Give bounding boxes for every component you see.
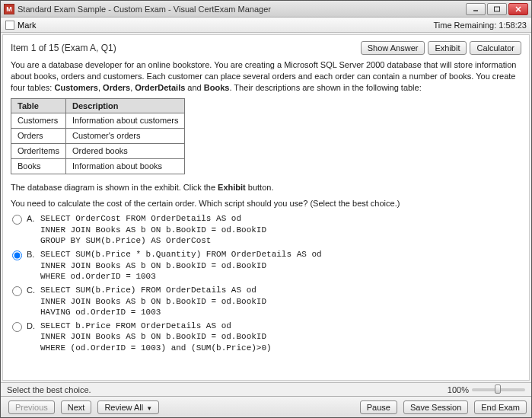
choice-a-radio[interactable]: [12, 215, 22, 225]
table-row: BooksInformation about books: [11, 158, 185, 174]
table-row: CustomersInformation about customers: [11, 113, 185, 129]
review-all-button[interactable]: Review All▼: [97, 400, 159, 414]
app-icon: M: [4, 4, 14, 14]
maximize-button[interactable]: [487, 3, 507, 15]
description-table: Table Description CustomersInformation a…: [11, 98, 185, 174]
choice-b[interactable]: B. SELECT SUM(b.Price * b.Quantity) FROM…: [11, 249, 521, 282]
titlebar: M Standard Exam Sample - Custom Exam - V…: [1, 1, 531, 18]
table-header-description: Description: [66, 98, 185, 113]
question-body: You are a database developer for an onli…: [11, 59, 521, 353]
next-button[interactable]: Next: [61, 400, 92, 414]
choice-d-radio[interactable]: [12, 322, 22, 332]
zoom-slider[interactable]: [472, 388, 525, 391]
chevron-down-icon: ▼: [146, 405, 152, 412]
minimize-button[interactable]: [466, 3, 486, 15]
choice-c-letter: C.: [27, 285, 40, 296]
question-paragraph-1: You are a database developer for an onli…: [11, 59, 521, 94]
question-paragraph-2: The database diagram is shown in the exh…: [11, 182, 521, 193]
table-row: OrdersCustomer's orders: [11, 129, 185, 144]
statusbar: Select the best choice. 100%: [1, 382, 531, 396]
end-exam-button[interactable]: End Exam: [474, 400, 527, 414]
time-remaining: Time Remaining: 1:58:23: [434, 21, 527, 30]
choice-b-letter: B.: [27, 249, 40, 260]
choice-c-text: SELECT SUM(b.Price) FROM OrderDetails AS…: [40, 285, 266, 317]
content-area: Item 1 of 15 (Exam A, Q1) Show Answer Ex…: [2, 34, 530, 381]
calculator-button[interactable]: Calculator: [470, 41, 521, 55]
status-hint: Select the best choice.: [7, 385, 91, 394]
close-icon: [514, 6, 522, 12]
close-button[interactable]: [508, 3, 528, 15]
review-all-label: Review All: [104, 403, 143, 412]
table-header-table: Table: [11, 98, 66, 113]
save-session-button[interactable]: Save Session: [403, 400, 468, 414]
app-window: M Standard Exam Sample - Custom Exam - V…: [0, 0, 532, 418]
choices: A. SELECT OrderCost FROM OrderDetails AS…: [11, 213, 521, 353]
choice-d-text: SELECT b.Price FROM OrderDetails AS od I…: [40, 321, 272, 353]
choice-a-letter: A.: [27, 213, 40, 225]
exhibit-button[interactable]: Exhibit: [428, 41, 467, 55]
zoom-level: 100%: [448, 385, 469, 394]
window-title: Standard Exam Sample - Custom Exam - Vis…: [18, 5, 466, 14]
question-paragraph-3: You need to calculate the cost of the ce…: [11, 198, 521, 209]
item-counter: Item 1 of 15 (Exam A, Q1): [11, 43, 358, 53]
choice-b-text: SELECT SUM(b.Price * b.Quantity) FROM Or…: [40, 249, 322, 282]
show-answer-button[interactable]: Show Answer: [361, 41, 425, 55]
topbar: Mark Time Remaining: 1:58:23: [1, 18, 531, 33]
minimize-icon: [472, 6, 479, 12]
choice-a[interactable]: A. SELECT OrderCost FROM OrderDetails AS…: [11, 213, 521, 246]
svg-rect-1: [495, 7, 500, 11]
maximize-icon: [493, 6, 501, 12]
previous-button[interactable]: Previous: [8, 400, 55, 414]
choice-d-letter: D.: [27, 321, 40, 332]
mark-label: Mark: [18, 21, 36, 30]
choice-c[interactable]: C. SELECT SUM(b.Price) FROM OrderDetails…: [11, 285, 521, 317]
table-row: OrderItemsOrdered books: [11, 144, 185, 159]
zoom-slider-thumb[interactable]: [495, 384, 501, 394]
choice-b-radio[interactable]: [12, 250, 22, 260]
choice-d[interactable]: D. SELECT b.Price FROM OrderDetails AS o…: [11, 321, 521, 353]
choice-c-radio[interactable]: [12, 286, 22, 296]
mark-checkbox[interactable]: [5, 21, 14, 30]
bottombar: Previous Next Review All▼ Pause Save Ses…: [1, 396, 531, 417]
choice-a-text: SELECT OrderCost FROM OrderDetails AS od…: [40, 213, 266, 246]
pause-button[interactable]: Pause: [360, 400, 397, 414]
